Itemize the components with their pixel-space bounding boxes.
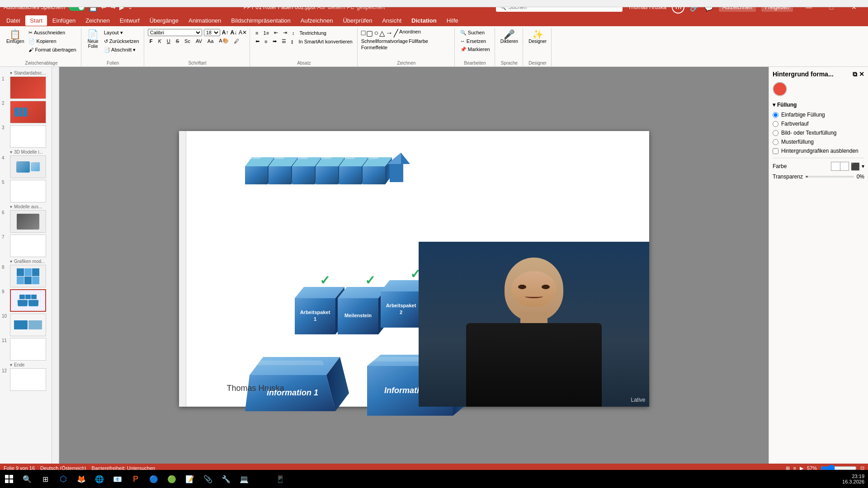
designer-btn[interactable]: ✨ Designer [527, 29, 548, 45]
fill-option-3[interactable]: Bild- oder Texturfüllung [773, 130, 864, 136]
menu-ueberpruefen[interactable]: Überprüfen [338, 15, 377, 26]
anordnen-btn[interactable]: Anordnen [399, 29, 421, 38]
formeffekte-btn[interactable]: Formeffekte [361, 45, 388, 50]
layout-btn[interactable]: Layout ▾ [102, 29, 141, 37]
smartart-btn[interactable]: In SmartArt konvertieren [297, 38, 354, 45]
app4-btn[interactable]: 📱 [271, 470, 289, 488]
font-family-select[interactable]: Calibri [148, 29, 202, 36]
shape-triangle[interactable]: △ [379, 29, 385, 38]
slide-thumb-5[interactable]: 5 [2, 180, 50, 202]
fuellfarbe-btn[interactable]: Füllfarbe [409, 38, 428, 44]
menu-dictation[interactable]: Dictation [407, 15, 441, 26]
shape-rounded[interactable]: ▢ [366, 29, 373, 38]
slide-thumb-4[interactable]: 4 [2, 155, 50, 178]
fill-radio-1[interactable] [773, 112, 778, 118]
fill-radio-4[interactable] [773, 139, 778, 145]
bullets-btn[interactable]: ≡ [254, 29, 260, 37]
menu-ansicht[interactable]: Ansicht [377, 15, 406, 26]
app2-btn[interactable]: 💻 [235, 470, 253, 488]
start-btn[interactable] [0, 470, 18, 488]
slide-thumb-2[interactable]: 2 [2, 101, 50, 123]
fill-radio-3[interactable] [773, 130, 778, 136]
firefox-btn[interactable]: 🦊 [72, 470, 90, 488]
menu-entwurf[interactable]: Entwurf [115, 15, 144, 26]
line-spacing-btn[interactable]: ↕ [290, 29, 297, 37]
slide-thumb-9[interactable]: 9 [2, 289, 50, 312]
italic-btn[interactable]: K [156, 38, 163, 45]
shape-circle[interactable]: ○ [374, 29, 378, 38]
panel-close-btn[interactable]: ✕ [859, 70, 864, 78]
app3-btn[interactable]: 🖥 [253, 470, 271, 488]
align-right-btn[interactable]: ➡ [271, 38, 278, 45]
zuruecksetzen-btn[interactable]: ↺ Zurücksetzen [102, 38, 141, 45]
slide-thumb-6[interactable]: 6 [2, 210, 50, 233]
group-collapse-modelle[interactable]: ▾ [10, 204, 12, 209]
taskview-btn[interactable]: ⊞ [36, 470, 54, 488]
suchen-btn[interactable]: 🔍 Suchen [458, 29, 486, 37]
onenote-btn[interactable]: 📝 [181, 470, 199, 488]
menu-animationen[interactable]: Animationen [184, 15, 226, 26]
diktieren-btn[interactable]: 🎤 Diktieren [499, 29, 520, 45]
shadow-btn[interactable]: Sc [183, 38, 192, 45]
group-collapse-3d[interactable]: ▾ [10, 150, 12, 155]
menu-uebergaenge[interactable]: Übergänge [145, 15, 183, 26]
abschnitt-btn[interactable]: 📑 Abschnitt ▾ [102, 46, 141, 54]
char-spacing-btn[interactable]: AV [194, 38, 204, 45]
case-btn[interactable]: Aa [206, 38, 215, 45]
slide-thumb-7[interactable]: 7 [2, 235, 50, 257]
whatsapp-btn[interactable]: 🟢 [163, 470, 181, 488]
indent-more-btn[interactable]: ⇥ [281, 29, 289, 37]
teams-btn[interactable]: 🔵 [145, 470, 163, 488]
font-decrease-btn[interactable]: A↓ [230, 29, 237, 36]
align-justify-btn[interactable]: ☰ [280, 38, 288, 45]
numbering-btn[interactable]: 1≡ [262, 29, 271, 37]
kopieren-btn[interactable]: 📄 Kopieren [27, 38, 78, 45]
bold-btn[interactable]: F [148, 38, 155, 45]
strikethrough-btn[interactable]: S [174, 38, 181, 45]
shape-arrow[interactable]: → [386, 29, 393, 38]
color-picker-btn[interactable]: ⬛ [851, 162, 860, 171]
slide-thumb-3[interactable]: 3 [2, 125, 50, 148]
fill-radio-2[interactable] [773, 121, 778, 127]
underline-btn[interactable]: U [165, 38, 172, 45]
highlight-btn[interactable]: 🖊 [232, 38, 241, 45]
color-swatch[interactable] [831, 162, 849, 171]
font-color-btn[interactable]: A🎨 [217, 37, 230, 45]
edge-btn[interactable]: ⬡ [54, 470, 72, 488]
powerpoint-btn[interactable]: P [127, 470, 145, 488]
neue-folie-btn[interactable]: 📄 NeueFolie [85, 29, 101, 50]
shape-line[interactable]: ╱ [394, 29, 398, 38]
font-size-select[interactable]: 18 [204, 29, 220, 36]
text-direction-btn[interactable]: Textrichtung [298, 29, 328, 37]
schnellformatvorlage-btn[interactable]: Schnellformat­vorlage [361, 38, 408, 44]
fill-option-4[interactable]: Musterfüllung [773, 139, 864, 145]
group-collapse-1[interactable]: ▾ [10, 70, 12, 75]
transparency-slider[interactable] [806, 176, 854, 178]
markieren-btn[interactable]: 📌 Markieren [458, 46, 492, 53]
columns-btn[interactable]: ⫿ [289, 38, 296, 45]
menu-start[interactable]: Start [25, 15, 47, 26]
clear-format-btn[interactable]: A✕ [239, 29, 247, 36]
fill-check-5[interactable] [773, 148, 778, 154]
app1-btn[interactable]: 🔧 [217, 470, 235, 488]
slide-thumb-8[interactable]: 8 [2, 265, 50, 287]
menu-aufzeichnen[interactable]: Aufzeichnen [296, 15, 338, 26]
einfuegen-btn[interactable]: 📋 Einfügen [5, 29, 26, 45]
clip-btn[interactable]: 📎 [199, 470, 217, 488]
align-left-btn[interactable]: ⬅ [254, 38, 261, 45]
slide-thumb-11[interactable]: 11 [2, 338, 50, 361]
fill-option-5[interactable]: Hintergrundgrafiken ausblenden [773, 148, 864, 154]
chrome-btn[interactable]: 🌐 [90, 470, 108, 488]
slide-thumb-1[interactable]: 1 [2, 76, 50, 99]
ausschneiden-btn[interactable]: ✂ Ausschneiden [27, 29, 78, 37]
fill-option-2[interactable]: Farbverlauf [773, 121, 864, 127]
section-fuellung[interactable]: ▾ Füllung [773, 102, 864, 108]
shape-rect[interactable]: □ [361, 29, 366, 38]
ersetzen-btn[interactable]: ↔ Ersetzen [458, 38, 488, 45]
outlook-btn[interactable]: 📧 [108, 470, 127, 488]
fill-option-1[interactable]: Einfarbige Füllung [773, 112, 864, 118]
menu-zeichnen[interactable]: Zeichnen [81, 15, 114, 26]
align-center-btn[interactable]: ≡ [263, 38, 269, 45]
color-circle[interactable] [773, 82, 787, 96]
color-dropdown-btn[interactable]: ▾ [862, 163, 864, 169]
